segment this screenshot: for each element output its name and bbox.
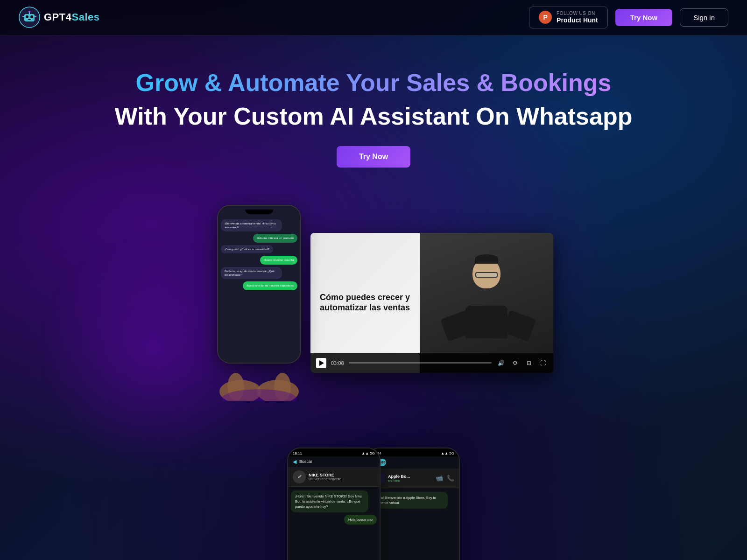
video-left-panel: Cómo puedes crecer y automatizar las ven… — [310, 233, 420, 373]
chat-bubble: Perfecto, te ayudo con tu reserva. ¿Qué … — [221, 267, 282, 280]
hero-title-gradient: Grow & Automate Your Sales & Bookings — [136, 69, 612, 96]
phone-body: ¡Bienvenida a nuestra tienda! Hola soy t… — [217, 205, 301, 364]
signal-display-2: ▲▲ 5G — [441, 451, 454, 455]
video-title: Cómo puedes crecer y automatizar las ven… — [320, 293, 410, 313]
video-player[interactable]: Cómo puedes crecer y automatizar las ven… — [310, 233, 553, 373]
navigation: GPT4Sales P FOLLOW US ON Product Hunt Tr… — [0, 0, 747, 35]
hero-whatsapp-text: Whatsapp — [516, 103, 632, 130]
user-reply: Hola busco uno — [344, 515, 377, 525]
store-status: Últ. vez recientemente — [309, 477, 375, 481]
search-label: Buscar — [299, 459, 312, 464]
person-silhouette — [420, 233, 553, 373]
store-status-2: en línea — [388, 479, 433, 482]
store-name: NIKE STORE — [309, 473, 375, 477]
phone-notch — [245, 210, 273, 214]
product-hunt-link[interactable]: P FOLLOW US ON Product Hunt — [529, 7, 608, 28]
back-bar-2: ◀ 189 — [367, 456, 459, 469]
video-right-panel — [420, 233, 553, 373]
svg-point-2 — [26, 15, 28, 18]
chat-bubble: ¡Bienvenida a nuestra tienda! Hola soy t… — [221, 219, 282, 232]
store-name-2: Apple Bo... — [388, 474, 433, 479]
product-hunt-name: Product Hunt — [557, 16, 598, 24]
phone-header-2: Apple Bo... en línea 📹 📞 — [367, 469, 459, 488]
status-bar-2: 18:14 ▲▲ 5G — [367, 448, 459, 456]
apple-welcome: ¡Hola! Bienvenido a Apple Store. Soy tu … — [370, 492, 448, 509]
chat-bubble: Busco uno de los mejores disponibles — [243, 281, 297, 290]
svg-point-6 — [28, 11, 30, 13]
phone-hands-area: ¡Bienvenida a nuestra tienda! Hola soy t… — [194, 205, 324, 401]
try-now-hero-button[interactable]: Try Now — [337, 146, 410, 168]
phone-call-icon[interactable]: 📞 — [447, 475, 454, 482]
store-avatar: ✓ — [293, 470, 306, 483]
svg-rect-1 — [24, 14, 35, 21]
video-call-icon[interactable]: 📹 — [436, 475, 443, 482]
bottom-phone-nike: 18:11 ▲▲ 5G ◀ Buscar ✓ NIKE STORE Últ. v… — [287, 448, 381, 560]
signal-display: ▲▲ 5G — [361, 451, 375, 455]
video-thumbnail: Cómo puedes crecer y automatizar las ven… — [310, 233, 553, 373]
pip-icon[interactable]: ⊡ — [524, 358, 534, 368]
call-icons: 📹 📞 — [436, 475, 454, 482]
hero-section: Grow & Automate Your Sales & Bookings Wi… — [0, 35, 747, 214]
nike-logo-icon: ✓ — [297, 474, 301, 479]
volume-icon[interactable]: 🔊 — [496, 358, 506, 368]
chat-bubble: Hola me interesa un producto — [253, 234, 297, 242]
logo: GPT4Sales — [19, 7, 99, 28]
bottom-phones-section: 18:11 ▲▲ 5G ◀ Buscar ✓ NIKE STORE Últ. v… — [0, 401, 747, 560]
progress-bar[interactable] — [349, 362, 492, 364]
bottom-phone-apple: 18:14 ▲▲ 5G ◀ 189 Apple Bo... en línea 📹… — [366, 448, 460, 560]
try-now-nav-button[interactable]: Try Now — [615, 9, 672, 26]
hero-title: Grow & Automate Your Sales & Bookings — [19, 68, 728, 97]
svg-point-3 — [30, 15, 33, 18]
video-controls: 03:08 🔊 ⚙ ⊡ ⛶ — [310, 353, 553, 373]
store-info: NIKE STORE Últ. vez recientemente — [309, 473, 375, 481]
person-head — [472, 258, 500, 288]
robot-logo-icon — [19, 7, 40, 28]
phone-header: ✓ NIKE STORE Últ. vez recientemente — [288, 468, 380, 487]
chat-area-2: ¡Hola! Bienvenido a Apple Store. Soy tu … — [367, 488, 459, 560]
time-display: 18:11 — [293, 451, 302, 455]
settings-icon[interactable]: ⚙ — [510, 358, 520, 368]
sign-in-button[interactable]: Sign in — [680, 8, 728, 27]
nav-actions: P FOLLOW US ON Product Hunt Try Now Sign… — [529, 7, 728, 28]
status-bar: 18:11 ▲▲ 5G — [288, 448, 380, 456]
chat-bubble: Quiero reservar una cita — [260, 256, 297, 264]
phone-mockup: ¡Bienvenida a nuestra tienda! Hola soy t… — [194, 205, 324, 401]
back-icon[interactable]: ◀ — [293, 459, 296, 465]
fullscreen-icon[interactable]: ⛶ — [538, 358, 548, 368]
phone-screen: ¡Bienvenida a nuestra tienda! Hola soy t… — [218, 206, 300, 363]
hands-icon — [208, 345, 310, 401]
hero-subtitle-white: With Your Custom AI Assistant On — [115, 103, 516, 130]
chat-area: ¡Hola! ¡Bienvenido NIKE STORE! Soy Nike … — [288, 487, 380, 560]
logo-text: GPT4Sales — [44, 11, 99, 23]
svg-rect-4 — [28, 19, 31, 20]
product-hunt-icon: P — [539, 11, 552, 24]
follow-label: FOLLOW US ON — [557, 11, 598, 16]
store-info-2: Apple Bo... en línea — [388, 474, 433, 482]
person-body — [465, 306, 507, 338]
welcome-message: ¡Hola! ¡Bienvenido NIKE STORE! Soy Nike … — [291, 490, 368, 513]
demo-section: ¡Bienvenida a nuestra tienda! Hola soy t… — [0, 205, 747, 401]
hero-subtitle: With Your Custom AI Assistant On Whatsap… — [19, 102, 728, 131]
back-bar: ◀ Buscar — [288, 456, 380, 468]
chat-bubble: ¡Con gusto! ¿Cuál es tu necesidad? — [221, 245, 273, 253]
video-time: 03:08 — [331, 360, 344, 366]
